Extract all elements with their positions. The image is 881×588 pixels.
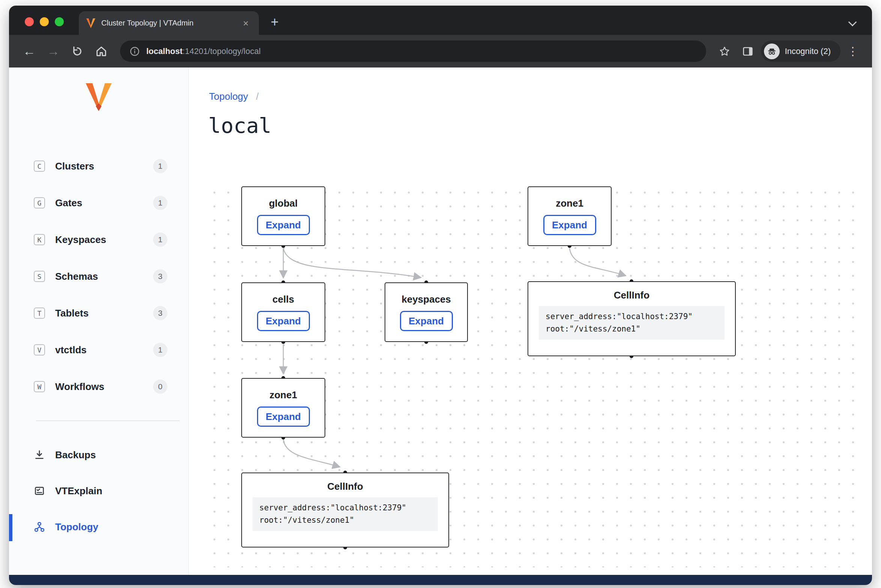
count-badge: 0 — [153, 380, 167, 394]
code-line: root:"/vitess/zone1" — [259, 514, 431, 526]
main-content: Topology / local — [189, 68, 872, 575]
profile-chip[interactable]: Incognito (2) — [761, 40, 840, 62]
sidebar-item-schemas[interactable]: S Schemas 3 — [9, 263, 188, 290]
tab-strip: Cluster Topology | VTAdmin × + — [9, 6, 872, 35]
sidebar-nav: C Clusters 1 G Gates 1 K Keyspaces 1 — [9, 153, 188, 400]
node-title: CellInfo — [614, 289, 649, 302]
breadcrumb-topology-link[interactable]: Topology — [209, 91, 248, 102]
vitess-favicon-icon — [86, 18, 96, 28]
topology-node-cells: cells Expand — [241, 282, 325, 342]
breadcrumb: Topology / — [209, 91, 259, 102]
sidebar-item-vtctlds[interactable]: V vtctlds 1 — [9, 336, 188, 363]
node-title: keyspaces — [401, 293, 451, 306]
expand-button[interactable]: Expand — [257, 406, 310, 427]
vitess-logo — [9, 83, 188, 111]
back-icon[interactable]: ← — [19, 41, 40, 62]
browser-tab[interactable]: Cluster Topology | VTAdmin × — [79, 11, 259, 35]
count-badge: 3 — [153, 269, 167, 284]
sidebar-item-workflows[interactable]: W Workflows 0 — [9, 373, 188, 400]
new-tab-button[interactable]: + — [266, 14, 283, 30]
clusters-icon: C — [34, 160, 45, 172]
node-title: zone1 — [556, 197, 583, 210]
browser-toolbar: ← → localhost:14201/topology/local — [9, 35, 872, 68]
sidebar: C Clusters 1 G Gates 1 K Keyspaces 1 — [9, 68, 189, 575]
info-icon[interactable] — [129, 46, 140, 57]
kebab-menu-icon[interactable]: ⋮ — [843, 41, 862, 62]
home-icon[interactable] — [91, 41, 112, 62]
incognito-icon — [764, 44, 780, 59]
sidebar-divider — [36, 420, 180, 421]
topology-node-zone1-lower: zone1 Expand — [241, 378, 325, 438]
side-panel-icon[interactable] — [738, 41, 758, 62]
code-line: server_address:"localhost:2379" — [546, 310, 718, 323]
topology-node-global: global Expand — [241, 186, 325, 246]
expand-button[interactable]: Expand — [400, 311, 453, 331]
expand-button[interactable]: Expand — [543, 215, 596, 235]
code-line: server_address:"localhost:2379" — [259, 502, 431, 514]
zoom-window-button[interactable] — [55, 17, 64, 26]
url-host: localhost — [146, 46, 183, 56]
document-icon — [34, 485, 45, 496]
count-badge: 1 — [153, 159, 167, 173]
window-footer — [9, 575, 872, 585]
close-window-button[interactable] — [25, 17, 34, 26]
sidebar-item-topology[interactable]: Topology — [9, 513, 188, 540]
sidebar-item-clusters[interactable]: C Clusters 1 — [9, 153, 188, 180]
vtctlds-icon: V — [34, 344, 45, 356]
sidebar-item-tablets[interactable]: T Tablets 3 — [9, 300, 188, 327]
url-text: localhost:14201/topology/local — [146, 46, 261, 56]
sidebar-secondary-nav: Backups VTExplain — [9, 441, 188, 540]
forward-icon[interactable]: → — [43, 41, 64, 62]
count-badge: 3 — [153, 306, 167, 320]
node-title: global — [269, 197, 298, 210]
sidebar-item-gates[interactable]: G Gates 1 — [9, 189, 188, 216]
cellinfo-code: server_address:"localhost:2379" root:"/v… — [539, 306, 725, 340]
traffic-lights — [25, 17, 64, 26]
download-icon — [34, 449, 45, 460]
breadcrumb-separator: / — [256, 91, 259, 102]
active-item-indicator — [9, 514, 12, 541]
expand-button[interactable]: Expand — [257, 311, 310, 331]
node-title: CellInfo — [327, 480, 363, 493]
schemas-icon: S — [34, 271, 45, 282]
workflows-icon: W — [34, 381, 45, 392]
topology-node-cellinfo-bottom: CellInfo server_address:"localhost:2379"… — [241, 472, 449, 548]
chevron-down-icon[interactable] — [848, 18, 857, 27]
topology-node-zone1-top: zone1 Expand — [528, 186, 612, 246]
incognito-label: Incognito (2) — [785, 46, 831, 56]
tab-close-icon[interactable]: × — [239, 17, 252, 30]
count-badge: 1 — [153, 196, 167, 210]
code-line: root:"/vitess/zone1" — [546, 323, 718, 335]
topology-icon — [34, 521, 45, 532]
reload-icon[interactable] — [67, 41, 88, 62]
sidebar-item-keyspaces[interactable]: K Keyspaces 1 — [9, 226, 188, 253]
page-content: C Clusters 1 G Gates 1 K Keyspaces 1 — [9, 68, 872, 575]
tab-title: Cluster Topology | VTAdmin — [101, 19, 239, 27]
screen: Cluster Topology | VTAdmin × + ← → — [0, 0, 881, 588]
node-title: zone1 — [269, 388, 297, 401]
address-bar[interactable]: localhost:14201/topology/local — [120, 40, 706, 62]
sidebar-item-backups[interactable]: Backups — [9, 441, 188, 468]
count-badge: 1 — [153, 232, 167, 247]
node-title: cells — [272, 293, 294, 306]
gates-icon: G — [34, 197, 45, 208]
browser-window: Cluster Topology | VTAdmin × + ← → — [9, 6, 872, 585]
count-badge: 1 — [153, 343, 167, 357]
page-title: local — [208, 113, 272, 138]
cellinfo-code: server_address:"localhost:2379" root:"/v… — [253, 497, 438, 531]
topology-node-keyspaces: keyspaces Expand — [385, 282, 468, 342]
url-path: :14201/topology/local — [183, 46, 261, 56]
topology-node-cellinfo-right: CellInfo server_address:"localhost:2379"… — [528, 281, 736, 356]
keyspaces-icon: K — [34, 234, 45, 245]
minimize-window-button[interactable] — [40, 17, 49, 26]
bookmark-star-icon[interactable] — [714, 41, 735, 62]
expand-button[interactable]: Expand — [257, 215, 310, 235]
sidebar-item-vtexplain[interactable]: VTExplain — [9, 477, 188, 504]
tablets-icon: T — [34, 308, 45, 319]
